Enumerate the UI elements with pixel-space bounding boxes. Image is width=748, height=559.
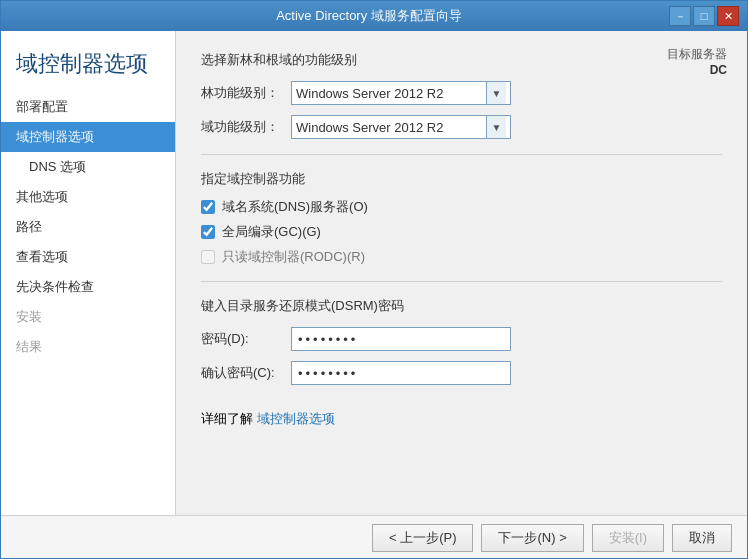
rodc-checkbox[interactable] [201, 250, 215, 264]
domain-level-label: 域功能级别： [201, 118, 291, 136]
nav-dc-options[interactable]: 域控制器选项 [1, 122, 175, 152]
nav-install: 安装 [1, 302, 175, 332]
dns-checkbox[interactable] [201, 200, 215, 214]
select-level-title: 选择新林和根域的功能级别 [201, 51, 722, 69]
gc-checkbox[interactable] [201, 225, 215, 239]
restore-button[interactable]: □ [693, 6, 715, 26]
nav-paths[interactable]: 路径 [1, 212, 175, 242]
nav-deployment[interactable]: 部署配置 [1, 92, 175, 122]
content-panel: 目标服务器 DC 选择新林和根域的功能级别 林功能级别： Windows Ser… [176, 31, 747, 515]
forest-level-label: 林功能级别： [201, 84, 291, 102]
checkbox-gc-row: 全局编录(GC)(G) [201, 223, 722, 241]
password-row: 密码(D): [201, 327, 722, 351]
target-server-label: 目标服务器 [667, 46, 727, 63]
help-link-section: 详细了解 域控制器选项 [201, 410, 722, 428]
domain-level-value: Windows Server 2012 R2 [296, 120, 443, 135]
password-label: 密码(D): [201, 330, 291, 348]
divider-2 [201, 281, 722, 282]
forest-level-row: 林功能级别： Windows Server 2012 R2 ▼ [201, 81, 722, 105]
confirm-input[interactable] [291, 361, 511, 385]
dc-function-title: 指定域控制器功能 [201, 170, 722, 188]
forest-level-dropdown[interactable]: Windows Server 2012 R2 ▼ [291, 81, 511, 105]
nav-dns-options[interactable]: DNS 选项 [1, 152, 175, 182]
window-title: Active Directory 域服务配置向导 [69, 7, 669, 25]
checkbox-dns-row: 域名系统(DNS)服务器(O) [201, 198, 722, 216]
forest-level-arrow[interactable]: ▼ [486, 82, 506, 104]
nav-review[interactable]: 查看选项 [1, 242, 175, 272]
domain-level-row: 域功能级别： Windows Server 2012 R2 ▼ [201, 115, 722, 139]
password-input[interactable] [291, 327, 511, 351]
dns-label[interactable]: 域名系统(DNS)服务器(O) [222, 198, 368, 216]
confirm-label: 确认密码(C): [201, 364, 291, 382]
cancel-button[interactable]: 取消 [672, 524, 732, 552]
next-button[interactable]: 下一步(N) > [481, 524, 583, 552]
password-section-title: 键入目录服务还原模式(DSRM)密码 [201, 297, 722, 315]
checkbox-rodc-row: 只读域控制器(RODC)(R) [201, 248, 722, 266]
divider-1 [201, 154, 722, 155]
page-heading: 域控制器选项 [1, 41, 175, 92]
gc-label[interactable]: 全局编录(GC)(G) [222, 223, 321, 241]
target-server-info: 目标服务器 DC [667, 46, 727, 77]
footer: < 上一步(P) 下一步(N) > 安装(I) 取消 [1, 515, 747, 559]
forest-level-value: Windows Server 2012 R2 [296, 86, 443, 101]
help-link[interactable]: 域控制器选项 [257, 411, 335, 426]
domain-level-dropdown[interactable]: Windows Server 2012 R2 ▼ [291, 115, 511, 139]
help-text: 详细了解 [201, 411, 253, 426]
rodc-label: 只读域控制器(RODC)(R) [222, 248, 365, 266]
confirm-row: 确认密码(C): [201, 361, 722, 385]
sidebar: 域控制器选项 部署配置 域控制器选项 DNS 选项 其他选项 路径 查看选项 先… [1, 31, 176, 515]
window-controls: － □ ✕ [669, 6, 739, 26]
back-button[interactable]: < 上一步(P) [372, 524, 474, 552]
nav-prereq[interactable]: 先决条件检查 [1, 272, 175, 302]
domain-level-arrow[interactable]: ▼ [486, 116, 506, 138]
install-button[interactable]: 安装(I) [592, 524, 664, 552]
nav-other-options[interactable]: 其他选项 [1, 182, 175, 212]
nav-results: 结果 [1, 332, 175, 362]
minimize-button[interactable]: － [669, 6, 691, 26]
title-bar: Active Directory 域服务配置向导 － □ ✕ [1, 1, 747, 31]
close-button[interactable]: ✕ [717, 6, 739, 26]
window: Active Directory 域服务配置向导 － □ ✕ 域控制器选项 部署… [0, 0, 748, 559]
target-server-value: DC [667, 63, 727, 77]
